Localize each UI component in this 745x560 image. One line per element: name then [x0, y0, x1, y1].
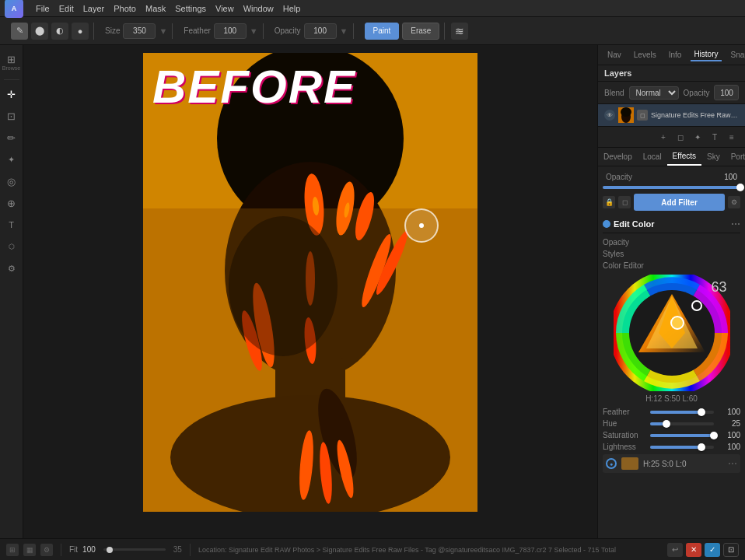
- feather-input[interactable]: [214, 23, 247, 39]
- adj-tab-sky[interactable]: Sky: [701, 149, 726, 165]
- filter-tool[interactable]: ⚙: [2, 259, 21, 278]
- menu-layer[interactable]: Layer: [83, 4, 105, 13]
- menu-view[interactable]: View: [215, 4, 234, 13]
- menu-edit[interactable]: Edit: [59, 4, 74, 13]
- edit-color-title: Edit Color: [614, 219, 728, 229]
- edit-color-indicator: [603, 220, 610, 228]
- status-grid-icon[interactable]: ⊞: [6, 544, 19, 556]
- layers-title: Layers: [604, 68, 631, 78]
- layers-opacity-label: Opacity: [684, 89, 710, 97]
- lightness-thumb[interactable]: [698, 443, 705, 451]
- erase-button[interactable]: Erase: [402, 23, 439, 40]
- adj-tab-portrait[interactable]: Portrait: [726, 149, 745, 165]
- nav-tab-nav[interactable]: Nav: [604, 49, 624, 61]
- color-item-menu-icon[interactable]: ⋯: [728, 458, 737, 469]
- crop-tool[interactable]: ⊡: [2, 107, 21, 125]
- adj-tab-local[interactable]: Local: [638, 149, 667, 165]
- nav-tab-levels[interactable]: Levels: [631, 49, 659, 61]
- menu-help[interactable]: Help: [283, 4, 301, 13]
- saturation-thumb[interactable]: [710, 432, 718, 439]
- before-text: BEFORE: [152, 64, 356, 110]
- blend-row: Blend Normal Multiply Screen Opacity: [598, 82, 745, 104]
- svg-point-33: [671, 317, 684, 329]
- opacity-input[interactable]: [304, 23, 337, 39]
- lightness-slider-track[interactable]: [650, 446, 714, 449]
- saturation-slider-row: Saturation 100: [603, 431, 740, 439]
- circle-indicator[interactable]: [404, 208, 439, 243]
- status-options-icon[interactable]: ⚙: [40, 544, 53, 556]
- add-filter-button[interactable]: Add Filter: [634, 194, 725, 211]
- hue-slider-row: Hue 25: [603, 419, 740, 428]
- circle-dot: [419, 223, 424, 228]
- healing-tool[interactable]: ✦: [2, 150, 21, 169]
- browse-tool[interactable]: ⊞ Browse: [2, 50, 21, 75]
- status-bar: ⊞ ▦ ⚙ Fit 100 35 Location: Signature Edi…: [0, 538, 745, 560]
- feather-slider-track[interactable]: [650, 411, 714, 414]
- status-confirm-btn[interactable]: ✓: [705, 543, 720, 557]
- layer-row[interactable]: 👁 ◻ Signature Edits Free Raw Files - Tag…: [598, 104, 745, 127]
- adj-tab-effects[interactable]: Effects: [667, 148, 701, 166]
- paint-button[interactable]: Paint: [365, 23, 400, 40]
- layer-visibility-icon[interactable]: 👁: [604, 110, 615, 121]
- layer-text-btn[interactable]: T: [708, 130, 722, 144]
- layer-fx-btn[interactable]: ✦: [691, 130, 705, 144]
- filter-mask-icon[interactable]: ◻: [618, 196, 631, 208]
- nav-tabs: Nav Levels Info History Snapshots: [598, 45, 745, 65]
- status-undo-icon[interactable]: ↩: [667, 543, 683, 557]
- nav-tab-history[interactable]: History: [691, 48, 721, 61]
- feather-label: Feather: [184, 26, 210, 35]
- menu-mask[interactable]: Mask: [145, 4, 166, 13]
- opacity-fill: [603, 186, 740, 189]
- status-expand-btn[interactable]: ⊡: [723, 543, 739, 557]
- color-item-visibility[interactable]: ●: [606, 458, 617, 469]
- status-stop-btn[interactable]: ✕: [686, 543, 701, 557]
- paint-icon-3[interactable]: ●: [72, 23, 89, 40]
- feather-slider-value: 100: [719, 408, 740, 416]
- size-input[interactable]: [123, 23, 156, 39]
- zoom-thumb[interactable]: [107, 547, 113, 553]
- zoom-slider[interactable]: [103, 548, 166, 551]
- text-tool[interactable]: T: [2, 215, 21, 234]
- selection-tool[interactable]: ◎: [2, 172, 21, 191]
- layer-add-btn[interactable]: +: [656, 130, 670, 144]
- feather-thumb[interactable]: [698, 408, 705, 416]
- adj-tab-develop[interactable]: Develop: [598, 149, 638, 165]
- hue-slider-track[interactable]: [650, 422, 714, 425]
- clone-tool[interactable]: ⊕: [2, 194, 21, 212]
- opacity-slider[interactable]: [603, 186, 740, 189]
- menu-photo[interactable]: Photo: [114, 4, 136, 13]
- menu-file[interactable]: File: [36, 4, 50, 13]
- brush-settings-icon[interactable]: ≋: [451, 23, 468, 40]
- saturation-slider-track[interactable]: [650, 434, 714, 437]
- move-tool[interactable]: ✛: [2, 85, 21, 103]
- fit-label: Fit: [69, 545, 78, 554]
- menu-settings[interactable]: Settings: [175, 4, 206, 13]
- layer-mask-icon[interactable]: ◻: [637, 110, 648, 121]
- color-wheel-container[interactable]: 63: [614, 275, 730, 391]
- nav-tab-snapshots[interactable]: Snapshots: [728, 49, 745, 61]
- status-view-icon[interactable]: ▦: [23, 544, 36, 556]
- opacity-thumb[interactable]: [736, 184, 744, 191]
- layer-mask-btn[interactable]: ◻: [673, 130, 687, 144]
- layer-delete-btn[interactable]: ≡: [725, 130, 739, 144]
- filter-settings-icon[interactable]: ⚙: [728, 196, 740, 208]
- filter-icons: 🔒 ◻: [603, 196, 631, 208]
- paint-icon-2[interactable]: ◐: [51, 23, 68, 40]
- edit-color-menu-icon[interactable]: ⋯: [731, 219, 740, 229]
- paint-brush-tool[interactable]: ✏: [2, 128, 21, 147]
- adjust-tabs: Develop Local Effects Sky Portrait: [598, 148, 745, 166]
- brush-tool-icon[interactable]: ✎: [11, 23, 28, 40]
- filter-lock-icon[interactable]: 🔒: [603, 196, 615, 208]
- hue-thumb[interactable]: [663, 420, 670, 428]
- fit-value: 100: [82, 545, 96, 554]
- layers-opacity-input[interactable]: [714, 85, 739, 100]
- effects-opacity-label: Opacity: [606, 173, 632, 181]
- menu-window[interactable]: Window: [243, 4, 274, 13]
- zoom-number: 35: [173, 545, 182, 554]
- paint-icon-1[interactable]: ⬤: [31, 23, 48, 40]
- blend-select[interactable]: Normal Multiply Screen: [629, 86, 679, 100]
- nav-tab-info[interactable]: Info: [666, 49, 685, 61]
- edit-color-opacity-label: Opacity: [603, 236, 740, 248]
- color-item: ● H:25 S:0 L:0 ⋯: [603, 454, 740, 473]
- shape-tool[interactable]: ⬡: [2, 237, 21, 256]
